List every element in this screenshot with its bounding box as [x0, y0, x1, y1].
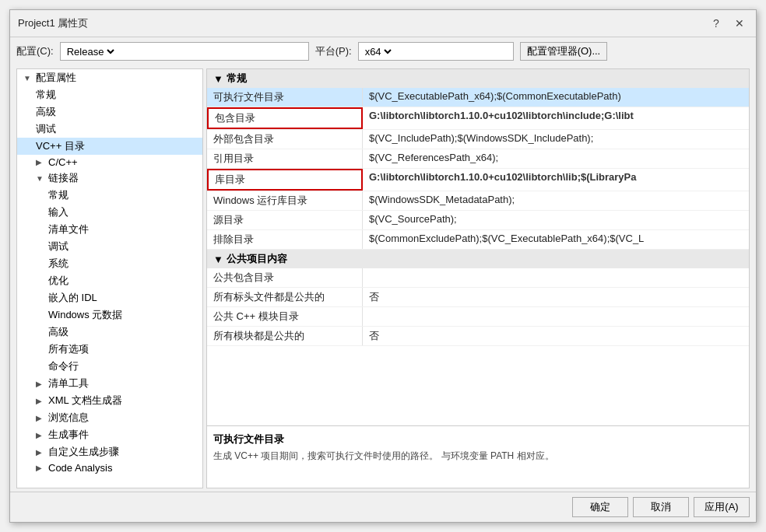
prop-row-source[interactable]: 源目录 $(VC_SourcePath);	[207, 211, 749, 230]
prop-row-pub-mods[interactable]: 所有模块都是公共的 否	[207, 327, 749, 346]
tree-item-linker-all[interactable]: 所有选项	[17, 341, 202, 358]
prop-name-winrt: Windows 运行库目录	[207, 191, 363, 210]
tree-item-vc-dirs[interactable]: VC++ 目录	[17, 138, 202, 155]
tree-arrow-build: ▶	[36, 431, 47, 439]
tree-item-advanced[interactable]: 高级	[17, 103, 202, 121]
tree-item-linker-general[interactable]: 常规	[17, 187, 202, 204]
prop-value-ref: $(VC_ReferencesPath_x64);	[363, 149, 749, 168]
prop-row-ref[interactable]: 引用目录 $(VC_ReferencesPath_x64);	[207, 149, 749, 169]
tree-item-linker-manifest[interactable]: 清单文件	[17, 221, 202, 238]
tree-arrow-config: ▼	[23, 74, 34, 82]
tree-arrow-code: ▶	[36, 464, 47, 472]
props-table: ▼ 常规 可执行文件目录 $(VC_ExecutablePath_x64);$(…	[207, 69, 749, 425]
footer: 确定 取消 应用(A)	[10, 492, 756, 522]
prop-row-pub-include[interactable]: 公共包含目录	[207, 268, 749, 288]
prop-name-include: 包含目录	[207, 107, 363, 129]
prop-value-source: $(VC_SourcePath);	[363, 211, 749, 229]
title-bar-controls: ? ✕	[708, 15, 748, 32]
prop-row-exclude[interactable]: 排除目录 $(CommonExcludePath);$(VC_Executabl…	[207, 230, 749, 250]
tree-item-linker[interactable]: ▼ 链接器	[17, 170, 202, 187]
prop-value-pub-include	[363, 268, 749, 287]
main-content: ▼ 配置属性 常规 高级 调试 VC++ 目录 ▶ C/C++ ▼ 链接器	[10, 65, 756, 492]
right-panel: ▼ 常规 可执行文件目录 $(VC_ExecutablePath_x64);$(…	[206, 68, 750, 488]
cancel-button[interactable]: 取消	[633, 497, 689, 517]
prop-name-ref: 引用目录	[207, 149, 363, 168]
prop-row-ext-include[interactable]: 外部包含目录 $(VC_IncludePath);$(WindowsSDK_In…	[207, 130, 749, 149]
tree-item-linker-winmeta[interactable]: Windows 元数据	[17, 306, 202, 324]
close-button[interactable]: ✕	[731, 15, 748, 32]
prop-name-pub-include: 公共包含目录	[207, 268, 363, 287]
section-public-arrow: ▼	[213, 254, 223, 265]
tree-arrow-linker: ▼	[36, 174, 47, 183]
config-select[interactable]: Release	[64, 45, 117, 58]
dialog: Project1 属性页 ? ✕ 配置(C): Release 平台(P): x…	[9, 9, 757, 523]
tree-label-config: 配置属性	[36, 71, 76, 85]
platform-select[interactable]: x64	[362, 45, 394, 58]
tree-item-config-props[interactable]: ▼ 配置属性	[17, 69, 202, 86]
prop-name-pub-headers: 所有标头文件都是公共的	[207, 288, 363, 306]
prop-row-lib[interactable]: 库目录 G:\libtorch\libtorch1.10.0+cu102\lib…	[207, 169, 749, 191]
prop-value-pub-cpp-mods	[363, 307, 749, 326]
tree-item-browse[interactable]: ▶ 浏览信息	[17, 409, 202, 426]
tree-arrow-custom: ▶	[36, 448, 47, 457]
platform-dropdown[interactable]: x64	[358, 42, 514, 61]
section-general-label: 常规	[227, 72, 247, 86]
tree-item-general[interactable]: 常规	[17, 86, 202, 103]
prop-name-ext-include: 外部包含目录	[207, 130, 363, 149]
tree-item-linker-idl[interactable]: 嵌入的 IDL	[17, 289, 202, 306]
toolbar: 配置(C): Release 平台(P): x64 配置管理器(O)...	[10, 37, 756, 65]
tree-item-debug[interactable]: 调试	[17, 121, 202, 138]
prop-value-exclude: $(CommonExcludePath);$(VC_ExecutablePath…	[363, 230, 749, 249]
tree-arrow-cpp: ▶	[36, 158, 47, 166]
prop-row-include[interactable]: 包含目录 G:\libtorch\libtorch1.10.0+cu102\li…	[207, 107, 749, 130]
tree-item-xml-gen[interactable]: ▶ XML 文档生成器	[17, 392, 202, 409]
prop-name-lib: 库目录	[207, 169, 363, 191]
tree-arrow-browse: ▶	[36, 414, 47, 422]
tree-item-linker-system[interactable]: 系统	[17, 255, 202, 272]
tree-arrow-xml: ▶	[36, 397, 47, 405]
section-general-arrow: ▼	[213, 73, 223, 85]
prop-name-pub-mods: 所有模块都是公共的	[207, 327, 363, 345]
platform-label: 平台(P):	[315, 44, 352, 58]
tree-item-linker-optimize[interactable]: 优化	[17, 272, 202, 289]
config-dropdown[interactable]: Release	[60, 42, 309, 61]
help-button[interactable]: ?	[708, 15, 725, 32]
left-panel: ▼ 配置属性 常规 高级 调试 VC++ 目录 ▶ C/C++ ▼ 链接器	[16, 68, 203, 488]
tree-item-linker-advanced[interactable]: 高级	[17, 324, 202, 341]
prop-name-exclude: 排除目录	[207, 230, 363, 249]
prop-value-pub-mods: 否	[363, 327, 749, 345]
tree-item-linker-debug[interactable]: 调试	[17, 238, 202, 255]
dialog-title: Project1 属性页	[18, 16, 88, 30]
tree-item-cpp[interactable]: ▶ C/C++	[17, 155, 202, 170]
prop-row-pub-headers[interactable]: 所有标头文件都是公共的 否	[207, 288, 749, 307]
prop-row-pub-cpp-mods[interactable]: 公共 C++ 模块目录	[207, 307, 749, 327]
prop-value-exec: $(VC_ExecutablePath_x64);$(CommonExecuta…	[363, 88, 749, 107]
tree-item-linker-input[interactable]: 输入	[17, 204, 202, 221]
description-title: 可执行文件目录	[213, 432, 743, 446]
prop-name-exec: 可执行文件目录	[207, 88, 363, 107]
prop-value-include: G:\libtorch\libtorch1.10.0+cu102\libtorc…	[363, 107, 749, 129]
tree-item-code-analysis[interactable]: ▶ Code Analysis	[17, 460, 202, 475]
tree-arrow-manifest: ▶	[36, 380, 47, 388]
title-bar: Project1 属性页 ? ✕	[10, 10, 756, 37]
prop-value-lib: G:\libtorch\libtorch1.10.0+cu102\libtorc…	[363, 169, 749, 191]
tree-item-linker-cmdline[interactable]: 命令行	[17, 358, 202, 375]
apply-button[interactable]: 应用(A)	[694, 497, 750, 517]
prop-row-winrt[interactable]: Windows 运行库目录 $(WindowsSDK_MetadataPath)…	[207, 191, 749, 211]
description-panel: 可执行文件目录 生成 VC++ 项目期间，搜索可执行文件时使用的路径。 与环境变…	[207, 425, 749, 488]
prop-row-exec[interactable]: 可执行文件目录 $(VC_ExecutablePath_x64);$(Commo…	[207, 88, 749, 107]
config-label: 配置(C):	[16, 44, 54, 58]
section-public-label: 公共项目内容	[227, 252, 287, 266]
prop-name-source: 源目录	[207, 211, 363, 229]
tree-item-manifest-tool[interactable]: ▶ 清单工具	[17, 375, 202, 392]
tree-item-build-events[interactable]: ▶ 生成事件	[17, 426, 202, 443]
prop-value-winrt: $(WindowsSDK_MetadataPath);	[363, 191, 749, 210]
prop-value-pub-headers: 否	[363, 288, 749, 306]
section-public[interactable]: ▼ 公共项目内容	[207, 250, 749, 268]
section-general[interactable]: ▼ 常规	[207, 69, 749, 88]
tree-item-custom-build[interactable]: ▶ 自定义生成步骤	[17, 443, 202, 460]
prop-value-ext-include: $(VC_IncludePath);$(WindowsSDK_IncludePa…	[363, 130, 749, 149]
prop-name-pub-cpp-mods: 公共 C++ 模块目录	[207, 307, 363, 326]
ok-button[interactable]: 确定	[572, 497, 628, 517]
config-manager-button[interactable]: 配置管理器(O)...	[520, 42, 608, 61]
